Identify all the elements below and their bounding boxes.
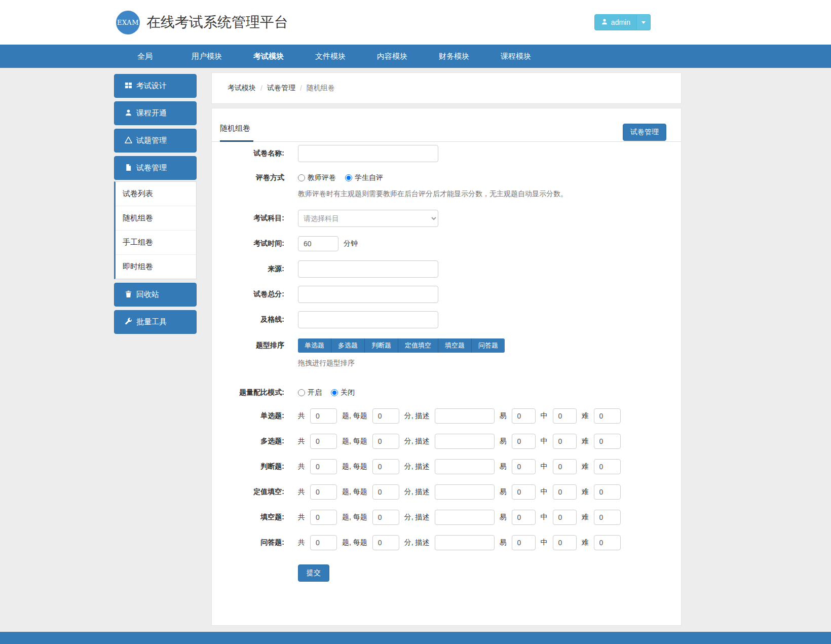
- hard-label: 难: [582, 513, 589, 522]
- sort-button-true-false[interactable]: 判断题: [365, 338, 398, 353]
- count-suffix: 题, 每题: [342, 538, 367, 547]
- submenu-item-random-assemble[interactable]: 随机组卷: [116, 206, 196, 231]
- source-input[interactable]: [298, 260, 438, 278]
- score-input[interactable]: [372, 484, 399, 500]
- nav-item-finance-module[interactable]: 财务模块: [423, 45, 485, 68]
- count-prefix: 共: [298, 487, 305, 497]
- sidebar-item-question-management[interactable]: 试题管理: [114, 129, 197, 153]
- easy-input[interactable]: [512, 434, 536, 449]
- submit-button[interactable]: 提交: [298, 564, 329, 582]
- sidebar-item-batch-tools[interactable]: 批量工具: [114, 310, 197, 334]
- pass-line-input[interactable]: [298, 311, 438, 328]
- student-self-grading-radio[interactable]: 学生自评: [345, 173, 383, 182]
- question-row-label: 判断题:: [219, 462, 284, 471]
- brand: EXAM 在线考试系统管理平台: [116, 11, 288, 34]
- sort-button-essay[interactable]: 问答题: [472, 338, 505, 353]
- sort-button-single-choice[interactable]: 单选题: [298, 338, 331, 353]
- ratio-mode-off-radio-input[interactable]: [331, 389, 338, 396]
- description-input[interactable]: [435, 484, 495, 500]
- score-input[interactable]: [372, 535, 399, 550]
- teacher-grading-radio-input[interactable]: [298, 174, 305, 181]
- sidebar-item-course-open[interactable]: 课程开通: [114, 101, 197, 125]
- medium-label: 中: [541, 487, 548, 497]
- medium-input[interactable]: [553, 434, 577, 449]
- easy-input[interactable]: [512, 510, 536, 525]
- medium-input[interactable]: [553, 408, 577, 424]
- student-self-grading-radio-input[interactable]: [345, 174, 352, 181]
- sort-button-fixed-blank[interactable]: 定值填空: [398, 338, 438, 353]
- paper-management-button[interactable]: 试卷管理: [623, 124, 666, 141]
- medium-input[interactable]: [553, 484, 577, 500]
- medium-input[interactable]: [553, 510, 577, 525]
- sidebar-item-exam-design[interactable]: 考试设计: [114, 74, 197, 98]
- score-suffix: 分, 描述: [404, 411, 430, 421]
- ratio-mode-on-radio[interactable]: 开启: [298, 388, 322, 397]
- count-suffix: 题, 每题: [342, 513, 367, 522]
- count-input[interactable]: [310, 510, 337, 525]
- user-button[interactable]: admin: [594, 14, 637, 30]
- duration-input[interactable]: [298, 236, 338, 251]
- description-input[interactable]: [435, 408, 495, 424]
- breadcrumb-item-paper-management[interactable]: 试卷管理: [267, 84, 295, 93]
- teacher-grading-radio[interactable]: 教师评卷: [298, 173, 336, 182]
- easy-label: 易: [500, 513, 507, 522]
- score-input[interactable]: [372, 408, 399, 424]
- easy-input[interactable]: [512, 535, 536, 550]
- hard-label: 难: [582, 462, 589, 471]
- tab-random-assemble[interactable]: 随机组卷: [220, 119, 253, 142]
- submenu-item-instant-assemble[interactable]: 即时组卷: [116, 255, 196, 279]
- medium-input[interactable]: [553, 459, 577, 474]
- description-input[interactable]: [435, 434, 495, 449]
- description-input[interactable]: [435, 459, 495, 474]
- count-input[interactable]: [310, 459, 337, 474]
- count-input[interactable]: [310, 434, 337, 449]
- easy-input[interactable]: [512, 484, 536, 500]
- question-row-fixed-blank: 定值填空: 共 题, 每题 分, 描述 易 中 难: [219, 484, 673, 500]
- subject-select[interactable]: 请选择科目: [298, 210, 438, 227]
- count-input[interactable]: [310, 484, 337, 500]
- medium-label: 中: [541, 411, 548, 421]
- random-assemble-form: 试卷名称: 评卷方式 教师评卷 学生自评: [212, 145, 681, 582]
- nav-item-file-module[interactable]: 文件模块: [299, 45, 361, 68]
- submenu-item-manual-assemble[interactable]: 手工组卷: [116, 231, 196, 255]
- easy-input[interactable]: [512, 408, 536, 424]
- user-dropdown-button[interactable]: [637, 14, 651, 30]
- sort-button-multi-choice[interactable]: 多选题: [331, 338, 365, 353]
- hard-input[interactable]: [594, 535, 621, 550]
- count-input[interactable]: [310, 535, 337, 550]
- hard-input[interactable]: [594, 510, 621, 525]
- score-input[interactable]: [372, 510, 399, 525]
- nav-item-content-module[interactable]: 内容模块: [361, 45, 423, 68]
- description-input[interactable]: [435, 510, 495, 525]
- question-row-single-choice: 单选题: 共 题, 每题 分, 描述 易 中 难: [219, 408, 673, 424]
- nav-item-exam-module[interactable]: 考试模块: [238, 45, 299, 68]
- user-menu: admin: [594, 14, 651, 30]
- count-input[interactable]: [310, 408, 337, 424]
- paper-name-input[interactable]: [298, 145, 438, 162]
- nav-item-course-module[interactable]: 课程模块: [485, 45, 547, 68]
- hard-input[interactable]: [594, 408, 621, 424]
- hard-input[interactable]: [594, 484, 621, 500]
- sidebar-item-paper-management[interactable]: 试卷管理: [114, 156, 197, 180]
- paper-name-label: 试卷名称:: [219, 149, 284, 158]
- source-label: 来源:: [219, 264, 284, 274]
- ratio-mode-on-radio-input[interactable]: [298, 389, 305, 396]
- hard-input[interactable]: [594, 434, 621, 449]
- hard-input[interactable]: [594, 459, 621, 474]
- sidebar-item-recycle-bin[interactable]: 回收站: [114, 283, 197, 307]
- medium-input[interactable]: [553, 535, 577, 550]
- nav-item-user-module[interactable]: 用户模块: [176, 45, 238, 68]
- sort-button-fill-blank[interactable]: 填空题: [438, 338, 472, 353]
- breadcrumb-item-exam-module[interactable]: 考试模块: [228, 84, 256, 93]
- easy-input[interactable]: [512, 459, 536, 474]
- total-score-input[interactable]: [298, 286, 438, 303]
- score-input[interactable]: [372, 434, 399, 449]
- logo-text: EXAM: [117, 19, 139, 26]
- type-sort-help-text: 拖拽进行题型排序: [298, 359, 673, 368]
- score-input[interactable]: [372, 459, 399, 474]
- ratio-mode-off-radio[interactable]: 关闭: [331, 388, 355, 397]
- submenu-item-paper-list[interactable]: 试卷列表: [116, 182, 196, 206]
- description-input[interactable]: [435, 535, 495, 550]
- question-row-true-false: 判断题: 共 题, 每题 分, 描述 易 中 难: [219, 459, 673, 474]
- nav-item-global[interactable]: 全局: [114, 45, 176, 68]
